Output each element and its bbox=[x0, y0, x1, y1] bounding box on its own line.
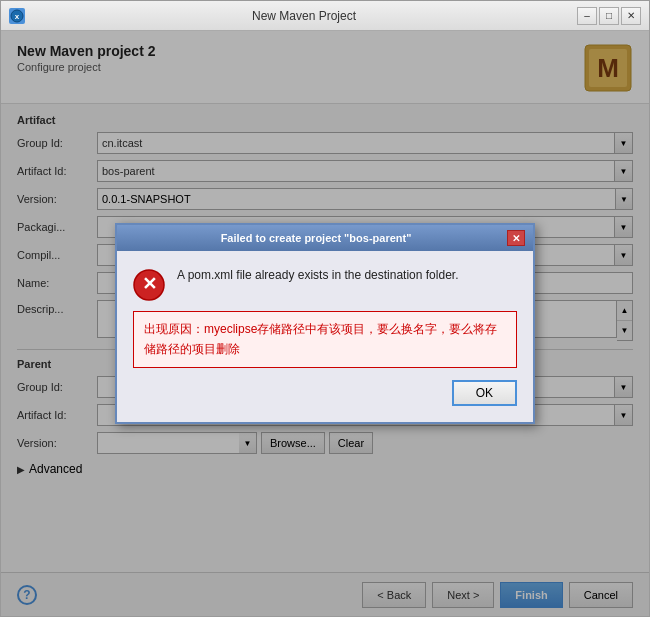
error-dialog-body: ✕ A pom.xml file already exists in the d… bbox=[117, 251, 533, 421]
app-icon: x bbox=[9, 8, 25, 24]
maximize-button[interactable]: □ bbox=[599, 7, 619, 25]
error-message: A pom.xml file already exists in the des… bbox=[177, 267, 458, 284]
error-main-row: ✕ A pom.xml file already exists in the d… bbox=[133, 267, 517, 301]
minimize-button[interactable]: – bbox=[577, 7, 597, 25]
svg-text:x: x bbox=[15, 12, 20, 21]
window-content: New Maven project 2 Configure project M … bbox=[1, 31, 649, 616]
close-button[interactable]: ✕ bbox=[621, 7, 641, 25]
error-dialog-title: Failed to create project "bos-parent" bbox=[125, 232, 507, 244]
svg-text:✕: ✕ bbox=[142, 274, 157, 294]
error-dialog: Failed to create project "bos-parent" ✕ … bbox=[115, 223, 535, 423]
window-controls: – □ ✕ bbox=[577, 7, 641, 25]
error-dialog-titlebar: Failed to create project "bos-parent" ✕ bbox=[117, 225, 533, 251]
ok-button[interactable]: OK bbox=[452, 380, 517, 406]
error-annotation: 出现原因：myeclipse存储路径中有该项目，要么换名字，要么将存储路径的项目… bbox=[133, 311, 517, 367]
error-icon: ✕ bbox=[133, 269, 165, 301]
dialog-overlay: Failed to create project "bos-parent" ✕ … bbox=[1, 31, 649, 616]
title-bar: x New Maven Project – □ ✕ bbox=[1, 1, 649, 31]
window-title: New Maven Project bbox=[31, 9, 577, 23]
error-dialog-close-button[interactable]: ✕ bbox=[507, 230, 525, 246]
main-window: x New Maven Project – □ ✕ New Maven proj… bbox=[0, 0, 650, 617]
error-footer: OK bbox=[133, 380, 517, 406]
